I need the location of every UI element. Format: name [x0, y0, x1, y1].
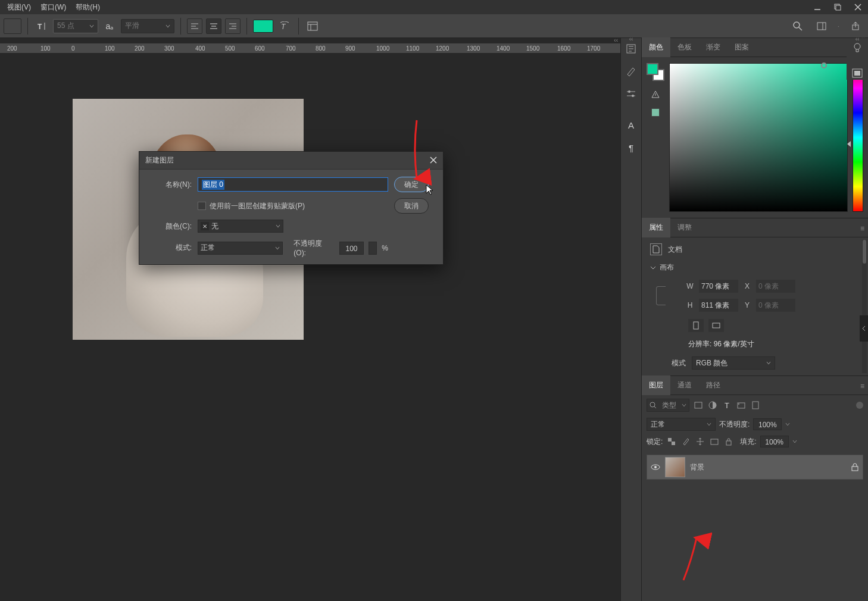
tab-gradient[interactable]: 渐变: [699, 37, 728, 57]
lock-icon[interactable]: [851, 463, 859, 471]
history-icon[interactable]: [625, 43, 637, 55]
layer-thumbnail[interactable]: [665, 457, 685, 477]
orientation-landscape-button[interactable]: [708, 319, 724, 332]
x-input[interactable]: 0 像素: [756, 280, 795, 293]
fg-bg-swatch[interactable]: [647, 63, 664, 81]
paragraph-icon[interactable]: ¶: [625, 142, 637, 154]
panel-menu-icon[interactable]: ≡: [860, 382, 864, 390]
align-left-button[interactable]: [187, 18, 202, 34]
canvas-section-toggle[interactable]: 画布: [650, 262, 860, 273]
chevron-down-icon[interactable]: [792, 439, 797, 444]
maximize-button[interactable]: [828, 0, 848, 14]
layer-fill-input[interactable]: 100%: [760, 436, 789, 447]
search-icon[interactable]: [790, 18, 805, 34]
warp-text-button[interactable]: T: [277, 18, 292, 34]
share-icon[interactable]: [848, 18, 863, 34]
view-mode-button[interactable]: [814, 18, 829, 34]
picker-handle[interactable]: [821, 62, 827, 68]
libraries-icon[interactable]: [852, 68, 863, 80]
filter-toggle[interactable]: [856, 402, 863, 409]
learn-icon[interactable]: [852, 43, 863, 55]
none-icon: ✕: [201, 222, 209, 230]
character-panel-button[interactable]: [305, 18, 320, 34]
clipmask-checkbox-row[interactable]: 使用前一图层创建剪贴蒙版(P): [198, 201, 388, 211]
align-center-button[interactable]: [206, 18, 221, 34]
hue-strip[interactable]: [853, 63, 863, 212]
tool-preset-dropdown[interactable]: [4, 18, 21, 34]
chevron-down-icon[interactable]: [785, 422, 790, 427]
lock-all-icon[interactable]: [723, 436, 734, 447]
text-color-swatch[interactable]: [253, 20, 273, 33]
opacity-spinner[interactable]: [369, 242, 377, 255]
character-icon[interactable]: A: [625, 119, 637, 131]
tab-swatches[interactable]: 色板: [670, 37, 699, 57]
color-mode-select[interactable]: RGB 颜色: [692, 356, 775, 370]
tab-collapse-icon[interactable]: ‹‹: [614, 37, 618, 43]
mode-label: 模式: [672, 358, 686, 368]
text-orientation-icon[interactable]: T: [34, 18, 49, 34]
cancel-button[interactable]: 取消: [394, 198, 429, 214]
minimize-button[interactable]: [807, 0, 828, 14]
scrollbar[interactable]: [862, 240, 867, 373]
tab-pattern[interactable]: 图案: [728, 37, 756, 57]
panel-collapse-tab[interactable]: [860, 315, 868, 342]
height-input[interactable]: 811 像素: [699, 299, 738, 312]
filter-pixel-icon[interactable]: [693, 400, 704, 411]
ok-button[interactable]: 确定: [394, 177, 429, 192]
tab-properties[interactable]: 属性: [642, 218, 670, 237]
layer-row-background[interactable]: 背景: [647, 455, 863, 480]
gamut-color-swatch[interactable]: [651, 108, 660, 117]
orientation-portrait-button[interactable]: [688, 319, 704, 332]
lock-artboard-icon[interactable]: [709, 436, 720, 447]
anti-alias-combo[interactable]: 平滑: [121, 19, 174, 33]
visibility-icon[interactable]: [651, 462, 660, 472]
layer-opacity-input[interactable]: 100%: [753, 418, 782, 430]
layer-name-input[interactable]: 图层 0: [198, 177, 388, 192]
blend-mode-select[interactable]: 正常: [647, 418, 716, 431]
tab-adjustments[interactable]: 调整: [670, 218, 699, 237]
checkbox-icon[interactable]: [198, 202, 206, 210]
width-input[interactable]: 770 像素: [699, 280, 738, 293]
menu-window[interactable]: 窗口(W): [36, 0, 71, 15]
menu-view[interactable]: 视图(V): [2, 0, 36, 15]
svg-point-29: [632, 95, 634, 97]
expand-chevron-icon[interactable]: ‹‹: [855, 36, 860, 42]
ruler-horizontal[interactable]: 2001000100200300400500600700800900100011…: [0, 43, 620, 53]
filter-smart-icon[interactable]: [750, 400, 761, 411]
adjust-icon[interactable]: [625, 88, 637, 100]
properties-doc-label: 文档: [668, 245, 682, 255]
dialog-close-button[interactable]: [427, 154, 439, 166]
tab-channels[interactable]: 通道: [670, 375, 699, 395]
hue-slider-handle[interactable]: [847, 141, 851, 147]
lock-position-icon[interactable]: [695, 436, 705, 447]
align-right-button[interactable]: [225, 18, 241, 34]
resolution-label: 分辨率: 96 像素/英寸: [650, 339, 860, 349]
filter-shape-icon[interactable]: [736, 400, 747, 411]
link-dimensions-icon[interactable]: [656, 286, 666, 305]
lock-paint-icon[interactable]: [680, 436, 691, 447]
font-size-combo[interactable]: 55 点: [53, 19, 98, 33]
opacity-input[interactable]: 100: [339, 242, 364, 255]
blend-mode-select[interactable]: 正常: [198, 242, 283, 255]
svg-rect-39: [753, 402, 758, 409]
layer-filter-type[interactable]: 类型: [647, 399, 689, 412]
filter-type-icon[interactable]: T: [722, 400, 732, 411]
layer-color-select[interactable]: ✕无: [198, 220, 283, 233]
tab-layers[interactable]: 图层: [642, 375, 670, 395]
panel-menu-icon[interactable]: ≡: [860, 224, 864, 233]
filter-adjustment-icon[interactable]: [707, 400, 718, 411]
color-panel: [642, 57, 868, 218]
canvas-background[interactable]: [0, 54, 620, 601]
menu-help[interactable]: 帮助(H): [71, 0, 105, 15]
chevron-down-icon: [276, 224, 280, 228]
dialog-titlebar[interactable]: 新建图层: [139, 152, 443, 170]
close-button[interactable]: [848, 0, 868, 14]
gamut-warning-icon[interactable]: [651, 90, 660, 99]
lock-transparency-icon[interactable]: [666, 436, 677, 447]
tab-color[interactable]: 颜色: [642, 37, 670, 57]
y-input[interactable]: 0 像素: [756, 299, 795, 312]
tab-paths[interactable]: 路径: [699, 375, 728, 395]
brush-icon[interactable]: [625, 65, 637, 77]
color-picker-field[interactable]: [669, 63, 848, 212]
expand-chevron-icon[interactable]: ‹‹: [629, 36, 633, 42]
